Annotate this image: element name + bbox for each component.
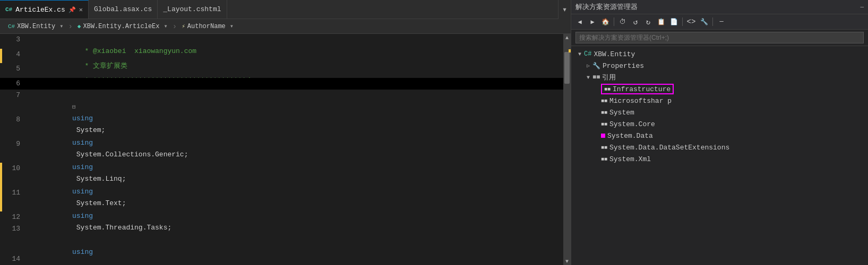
editor-panel: C# ArticleEx.cs 📌 ✕ Global.asax.cs _Layo… — [0, 0, 571, 265]
tree-label-xbwentity: XBW.Entity — [594, 50, 635, 58]
sol-tool-code[interactable]: <> — [686, 16, 697, 27]
line-content-5[interactable]: * *************************************/ — [27, 63, 563, 78]
tree-icon-systemxml: ■■ — [601, 156, 607, 162]
tree-item-systemxml[interactable]: ■■ System.Xml — [571, 153, 868, 165]
breadcrumb-namespace-arrow: ▾ — [59, 22, 63, 30]
breadcrumb-method-label: AuthorName — [187, 23, 226, 30]
line-content-4[interactable]: * 文章扩展类 — [27, 49, 563, 64]
line-content-6[interactable] — [27, 78, 563, 90]
tab-dropdown-button[interactable]: ▾ — [558, 0, 571, 19]
code-lines: 3 * @xiaobei xiaowangyun.com 4 * 文章扩展类 5 — [0, 34, 563, 265]
line-num-8: 8 — [0, 114, 27, 138]
line-num-5: 5 — [0, 63, 27, 78]
tree-arrow-system — [592, 110, 601, 116]
solution-panel: 解决方案资源管理器 — ◀ ▶ 🏠 ⏱ ↺ ↻ 📋 📄 <> 🔧 — ▼ C# … — [571, 0, 868, 265]
tab-articleex[interactable]: C# ArticleEx.cs 📌 ✕ — [0, 0, 89, 19]
breadcrumb-method[interactable]: ⚡ AuthorName ▾ — [178, 19, 237, 33]
sol-tool-forward[interactable]: ▶ — [587, 16, 598, 27]
sol-tool-file[interactable]: 📄 — [668, 16, 679, 27]
indent-13 — [72, 236, 89, 244]
tree-arrow-systemxml — [592, 156, 601, 162]
tree-label-systemcore: System.Core — [609, 120, 655, 128]
breadcrumb-method-arrow: ▾ — [230, 22, 234, 30]
tree-arrow-dse — [592, 145, 601, 151]
breadcrumb-namespace[interactable]: C# XBW.Entity ▾ — [4, 19, 67, 33]
sol-tool-refresh1[interactable]: ↺ — [630, 16, 641, 27]
code-line-13: 13 using Infrastructure; — [0, 223, 563, 253]
tree-arrow-systemcore — [592, 121, 601, 127]
line-content-3[interactable]: * @xiaobei xiaowangyun.com — [27, 34, 563, 49]
tab-global-label: Global.asax.cs — [94, 5, 152, 13]
line-content-11[interactable]: using System.Threading.Tasks; — [27, 187, 563, 211]
solution-toolbar: ◀ ▶ 🏠 ⏱ ↺ ↻ 📋 📄 <> 🔧 — — [571, 14, 868, 30]
tree-infra-highlight: ■■ Infrastructure — [601, 84, 674, 94]
scrollbar-up[interactable]: ▲ — [563, 34, 571, 41]
tab-articleex-close[interactable]: ✕ — [79, 6, 83, 14]
scrollbar-down[interactable]: ▼ — [563, 258, 571, 265]
line-content-7[interactable]: ⊟ using System; — [27, 90, 563, 114]
tab-layout[interactable]: _Layout.cshtml — [158, 0, 227, 19]
sol-tool-home[interactable]: 🏠 — [600, 16, 611, 27]
tree-arrow-references: ▼ — [584, 75, 592, 81]
collapse-7[interactable]: ⊟ — [72, 104, 76, 110]
solution-search-input[interactable] — [575, 32, 864, 43]
solution-tree: ▼ C# XBW.Entity ▷ 🔧 Properties ▼ ■■ 引用 ■… — [571, 46, 868, 265]
tree-arrow-infrastructure — [592, 86, 601, 92]
tree-icon-properties: 🔧 — [592, 62, 600, 70]
line-content-14[interactable] — [27, 253, 563, 265]
tree-label-systemdata: System.Data — [607, 132, 653, 140]
line-num-13: 13 — [0, 223, 27, 253]
line-num-12: 12 — [0, 211, 27, 223]
line-content-12[interactable] — [27, 211, 563, 223]
tree-label-ms: Microsoftshar p — [609, 97, 672, 105]
tree-label-properties: Properties — [603, 62, 644, 70]
scrollbar-thumb[interactable] — [564, 52, 570, 84]
tree-item-systemcore[interactable]: ■■ System.Core — [571, 118, 868, 130]
tree-item-system[interactable]: ■■ System — [571, 107, 868, 118]
editor-scrollbar[interactable]: ▲ ▼ — [563, 34, 571, 265]
tree-icon-system: ■■ — [601, 110, 607, 116]
code-line-3: 3 * @xiaobei xiaowangyun.com — [0, 34, 563, 49]
tree-item-infrastructure[interactable]: ■■ Infrastructure — [571, 83, 868, 95]
sol-tool-sep3 — [712, 17, 713, 26]
tree-item-references[interactable]: ▼ ■■ 引用 — [571, 72, 868, 83]
line-num-11: 11 — [0, 187, 27, 211]
tree-item-xbwentity[interactable]: ▼ C# XBW.Entity — [571, 48, 868, 60]
magenta-dot-systemdata — [601, 134, 605, 138]
line-content-10[interactable]: using System.Text; — [27, 163, 563, 187]
indent-9 — [72, 152, 89, 160]
line-content-8[interactable]: using System.Collections.Generic; — [27, 114, 563, 138]
breadcrumb-class-icon: ◆ — [78, 23, 81, 30]
indent-8 — [72, 127, 89, 135]
tree-item-datasetextensions[interactable]: ■■ System.Data.DataSetExtensions — [571, 142, 868, 153]
sol-tool-refresh2[interactable]: ↻ — [643, 16, 654, 27]
tree-item-microsoftsharp[interactable]: ■■ Microsoftshar p — [571, 95, 868, 107]
tab-cs-icon: C# — [5, 6, 12, 13]
tree-label-system: System — [609, 109, 634, 117]
line-content-9[interactable]: using System.Linq; — [27, 138, 563, 163]
sol-tool-clock[interactable]: ⏱ — [617, 16, 628, 27]
solution-title: 解决方案资源管理器 — [575, 2, 638, 12]
breadcrumb-class[interactable]: ◆ XBW.Entity.ArticleEx ▾ — [74, 19, 171, 33]
tree-icon-ms: ■■ — [601, 98, 607, 104]
line-num-9: 9 — [0, 138, 27, 163]
breadcrumb-namespace-label: XBW.Entity — [17, 23, 55, 30]
solution-window-button[interactable]: — — [860, 4, 864, 10]
scrollbar-marker-1 — [569, 49, 571, 52]
line-num-6: 6 — [0, 78, 27, 90]
sol-tool-settings[interactable]: 🔧 — [699, 16, 709, 27]
sol-tool-minimize[interactable]: — — [716, 16, 727, 27]
tree-item-systemdata[interactable]: System.Data — [571, 130, 868, 142]
tree-item-properties[interactable]: ▷ 🔧 Properties — [571, 60, 868, 72]
indent-10 — [72, 176, 89, 184]
tab-pin-icon: 📌 — [68, 6, 76, 13]
sol-tool-back[interactable]: ◀ — [574, 16, 585, 27]
solution-header: 解决方案资源管理器 — — [571, 0, 868, 14]
line-content-13[interactable]: using Infrastructure; — [27, 223, 563, 253]
line-num-14: 14 — [0, 253, 27, 265]
breadcrumb-sep2: › — [171, 22, 178, 31]
code-line-12: 12 — [0, 211, 563, 223]
sol-tool-copy[interactable]: 📋 — [656, 16, 666, 27]
tab-global[interactable]: Global.asax.cs — [89, 0, 158, 19]
tree-label-infrastructure: Infrastructure — [613, 85, 671, 93]
